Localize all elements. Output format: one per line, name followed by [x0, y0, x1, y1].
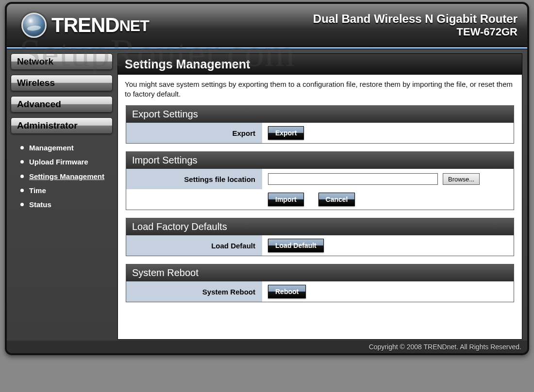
- globe-icon: [21, 13, 47, 38]
- nav-network[interactable]: Network: [11, 53, 113, 70]
- subnav-label: Status: [29, 200, 51, 209]
- brand-main: TREND: [51, 14, 119, 36]
- section-defaults: Load Factory Defaults Load Default Load …: [126, 218, 514, 256]
- section-header: Export Settings: [126, 106, 514, 123]
- section-export: Export Settings Export Export: [126, 105, 514, 144]
- load-default-label: Load Default: [126, 235, 262, 256]
- sidebar: Network Wireless Advanced Administrator …: [11, 53, 113, 340]
- reboot-label: System Reboot: [126, 281, 262, 302]
- nav-administrator[interactable]: Administrator: [11, 117, 113, 134]
- load-default-button[interactable]: Load Default: [268, 239, 324, 252]
- control-cell: Browse...: [262, 170, 514, 188]
- section-header: System Reboot: [126, 264, 514, 281]
- page-intro: You might save system settings by export…: [118, 75, 522, 102]
- row-export: Export Export: [126, 123, 514, 143]
- brand-text: TRENDNET: [51, 14, 149, 37]
- file-location-label: Settings file location: [126, 169, 262, 189]
- nav-label: Administrator: [17, 120, 78, 131]
- product-info: Dual Band Wireless N Gigabit Router TEW-…: [313, 12, 517, 38]
- main-panel: Settings Management You might save syste…: [117, 53, 522, 340]
- subnav-status[interactable]: Status: [20, 197, 113, 212]
- export-label: Export: [126, 123, 262, 143]
- nav-label: Advanced: [17, 99, 61, 110]
- subnav-upload-firmware[interactable]: Upload Firmware: [20, 155, 113, 169]
- row-load-default: Load Default Load Default: [126, 235, 514, 256]
- cancel-button[interactable]: Cancel: [318, 193, 355, 206]
- row-import-actions: Import Cancel: [126, 189, 514, 210]
- subnav-label: Settings Management: [29, 172, 104, 180]
- product-line1: Dual Band Wireless N Gigabit Router: [313, 12, 517, 26]
- import-button[interactable]: Import: [268, 193, 304, 206]
- export-button[interactable]: Export: [268, 126, 304, 140]
- section-reboot: System Reboot System Reboot Reboot: [126, 264, 514, 302]
- subnav-time[interactable]: Time: [20, 183, 113, 197]
- control-cell: Reboot: [262, 282, 514, 301]
- header-bar: TRENDNET Dual Band Wireless N Gigabit Ro…: [7, 4, 527, 47]
- row-reboot: System Reboot Reboot: [126, 281, 514, 302]
- subnav-list: Management Upload Firmware Settings Mana…: [11, 139, 113, 212]
- control-cell: Import Cancel: [262, 190, 514, 209]
- subnav-label: Upload Firmware: [29, 158, 88, 166]
- subnav-label: Time: [29, 186, 46, 195]
- reboot-button[interactable]: Reboot: [268, 285, 306, 298]
- control-cell: Load Default: [262, 236, 514, 255]
- brand-logo: TRENDNET: [21, 13, 149, 38]
- subnav-settings-management[interactable]: Settings Management: [20, 169, 113, 183]
- control-cell: Export: [262, 123, 514, 143]
- row-file-location: Settings file location Browse...: [126, 169, 514, 189]
- app-frame: TRENDNET Dual Band Wireless N Gigabit Ro…: [5, 2, 529, 355]
- section-import: Import Settings Settings file location B…: [126, 151, 514, 210]
- subnav-management[interactable]: Management: [20, 141, 113, 155]
- spacer-cell: [126, 189, 262, 210]
- section-body: Load Default Load Default: [126, 235, 514, 256]
- section-header: Load Factory Defaults: [126, 218, 514, 235]
- section-body: Export Export: [126, 123, 514, 143]
- section-header: Import Settings: [126, 152, 514, 169]
- section-body: Settings file location Browse... Import …: [126, 169, 514, 210]
- brand-sub: NET: [119, 17, 149, 34]
- page-title: Settings Management: [118, 54, 522, 75]
- footer-copyright: Copyright © 2008 TRENDnet. All Rights Re…: [7, 341, 527, 353]
- sections-container: Export Settings Export Export Import Set…: [118, 102, 522, 308]
- section-body: System Reboot Reboot: [126, 281, 514, 302]
- nav-label: Network: [17, 56, 53, 67]
- file-location-input[interactable]: [268, 173, 438, 185]
- body-area: Network Wireless Advanced Administrator …: [7, 49, 527, 341]
- nav-advanced[interactable]: Advanced: [11, 96, 113, 113]
- browse-button[interactable]: Browse...: [443, 173, 480, 185]
- subnav-label: Management: [29, 144, 74, 152]
- product-line2: TEW-672GR: [313, 26, 517, 38]
- nav-wireless[interactable]: Wireless: [11, 75, 113, 91]
- nav-label: Wireless: [17, 78, 55, 88]
